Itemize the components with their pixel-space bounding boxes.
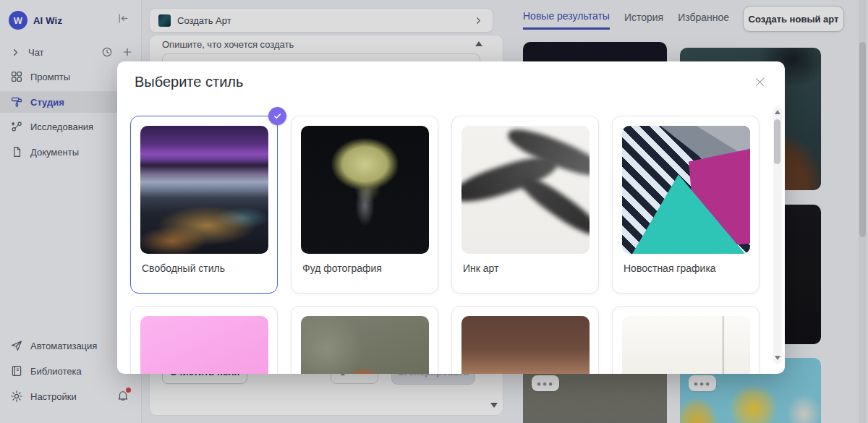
scroll-down-arrow[interactable] xyxy=(775,356,780,360)
style-thumb-woman-forehead xyxy=(461,316,590,374)
style-card-news-graphics[interactable]: Новостная графика xyxy=(612,116,760,294)
style-card-food-photo[interactable]: Фуд фотография xyxy=(291,116,438,294)
modal-title: Выберите стиль xyxy=(135,74,243,90)
style-card-partial[interactable] xyxy=(451,306,599,374)
style-thumb-spaghetti xyxy=(301,126,429,254)
style-card-free-style[interactable]: Свободный стиль xyxy=(130,116,278,294)
style-label: Новостная графика xyxy=(624,262,716,274)
close-icon xyxy=(754,76,766,88)
style-thumb-geometric xyxy=(622,126,750,254)
selected-check-badge xyxy=(268,107,286,125)
check-icon xyxy=(273,111,282,121)
ink-stroke-shape xyxy=(514,169,590,241)
style-card-partial[interactable] xyxy=(291,306,438,374)
modal-scrollbar-thumb[interactable] xyxy=(774,119,780,164)
style-label: Свободный стиль xyxy=(142,262,225,274)
choose-style-modal: Выберите стиль Свободный стиль Фуд фотог… xyxy=(117,61,785,374)
style-thumb-city-night xyxy=(140,126,268,254)
style-label: Инк арт xyxy=(463,262,499,274)
style-card-ink-art[interactable]: Инк арт xyxy=(451,116,599,294)
style-thumb-ink xyxy=(461,126,590,254)
style-card-partial[interactable] xyxy=(130,306,278,374)
style-thumb-fox xyxy=(301,316,429,374)
style-thumb-pink xyxy=(140,316,268,374)
scroll-up-arrow[interactable] xyxy=(775,110,780,114)
style-label: Фуд фотография xyxy=(302,262,382,274)
style-thumb-interior xyxy=(622,316,750,374)
modal-close-button[interactable] xyxy=(754,76,766,91)
modal-scrollbar[interactable] xyxy=(773,106,782,364)
style-card-partial[interactable] xyxy=(612,306,760,374)
